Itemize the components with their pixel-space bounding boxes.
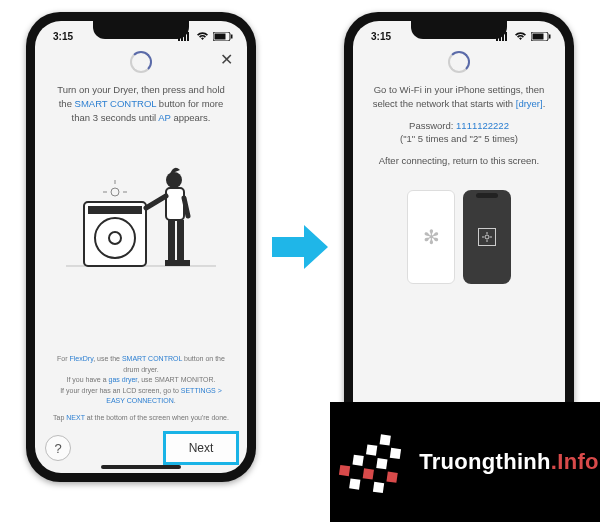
- arrow-icon: [270, 219, 330, 275]
- progress-spinner-icon: [448, 51, 470, 73]
- wifi-icon: [514, 32, 527, 41]
- return-instruction: After connecting, return to this screen.: [371, 154, 547, 168]
- svg-rect-41: [376, 458, 387, 469]
- wifi-icon: [196, 32, 209, 41]
- next-button-label: Next: [189, 441, 214, 455]
- svg-rect-36: [353, 455, 364, 466]
- svg-rect-39: [349, 478, 360, 489]
- svg-rect-5: [215, 33, 226, 39]
- svg-rect-19: [177, 220, 184, 260]
- svg-rect-17: [166, 188, 184, 220]
- password-hint: ("1" 5 times and "2" 5 times): [371, 132, 547, 146]
- password-label: Password:: [409, 120, 456, 131]
- svg-marker-22: [272, 225, 328, 269]
- flexdry-label: FlexDry: [70, 355, 94, 362]
- instruction-post: appears.: [171, 112, 211, 123]
- battery-icon: [531, 32, 551, 41]
- svg-rect-43: [373, 482, 384, 493]
- instruction-text: Go to Wi-Fi in your iPhone settings, the…: [353, 79, 565, 168]
- watermark-suffix: .Info: [551, 449, 599, 474]
- settings-icon: [478, 228, 496, 246]
- svg-rect-35: [339, 465, 350, 476]
- battery-icon: [213, 32, 233, 41]
- svg-rect-20: [165, 260, 178, 266]
- password-value: 1111122222: [456, 120, 509, 131]
- notch: [411, 21, 507, 39]
- gas-dryer-label: gas dryer: [109, 376, 138, 383]
- asterisk-icon: ✻: [423, 225, 440, 249]
- help-icon: ?: [54, 441, 61, 456]
- svg-rect-11: [88, 206, 142, 214]
- notch: [93, 21, 189, 39]
- svg-rect-21: [177, 260, 190, 266]
- svg-rect-38: [380, 434, 391, 445]
- phone-card: [463, 190, 511, 284]
- illustration: [35, 142, 247, 272]
- smart-control-label: SMART CONTROL: [75, 98, 157, 109]
- svg-rect-28: [533, 33, 544, 39]
- tips-text: For FlexDry, use the SMART CONTROL butto…: [35, 354, 247, 423]
- screen-left: 3:15 ✕ Turn on your Dr: [35, 21, 247, 473]
- top-bar: ✕: [35, 45, 247, 79]
- progress-spinner-icon: [130, 51, 152, 73]
- svg-rect-42: [390, 448, 401, 459]
- instruction-text: Turn on your Dryer, then press and hold …: [35, 79, 247, 124]
- watermark-brand: Truongthinh: [419, 449, 551, 474]
- svg-rect-6: [231, 34, 233, 38]
- ap-label: AP: [158, 112, 171, 123]
- status-time: 3:15: [371, 31, 391, 42]
- svg-point-16: [166, 172, 182, 188]
- watermark-logo-icon: [331, 423, 409, 501]
- svg-rect-29: [549, 34, 551, 38]
- status-time: 3:15: [53, 31, 73, 42]
- help-button[interactable]: ?: [45, 435, 71, 461]
- close-button[interactable]: ✕: [217, 51, 235, 69]
- svg-point-30: [485, 235, 489, 239]
- dryer-network-label: [dryer]: [516, 98, 543, 109]
- next-button[interactable]: Next: [165, 433, 237, 463]
- watermark: Truongthinh.Info: [330, 402, 600, 522]
- svg-rect-40: [363, 468, 374, 479]
- svg-rect-18: [168, 220, 175, 260]
- watermark-text: Truongthinh.Info: [419, 449, 599, 475]
- home-indicator: [101, 465, 181, 469]
- top-bar: [353, 45, 565, 79]
- svg-point-12: [111, 188, 119, 196]
- device-cards: ✻: [353, 190, 565, 284]
- phone-mockup-left: 3:15 ✕ Turn on your Dr: [26, 12, 256, 482]
- dryer-person-illustration-icon: [66, 144, 216, 272]
- svg-rect-44: [387, 472, 398, 483]
- svg-rect-37: [366, 444, 377, 455]
- router-card: ✻: [407, 190, 455, 284]
